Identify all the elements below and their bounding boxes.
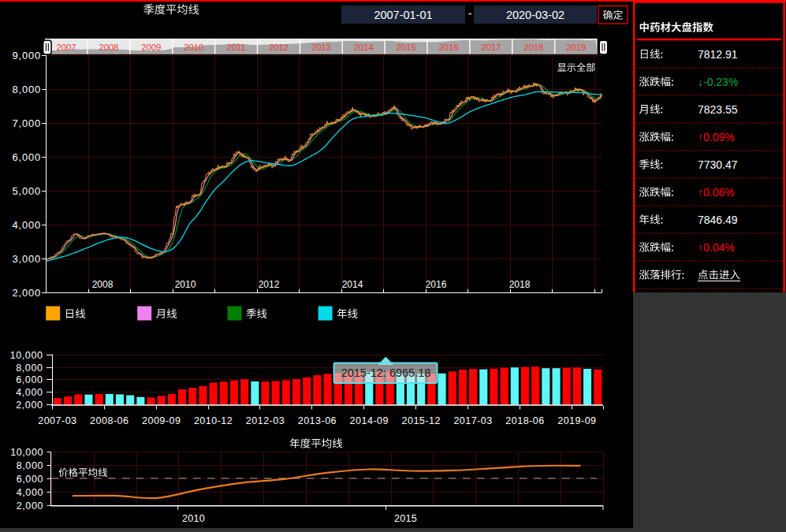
svg-text:↓-0.23%: ↓-0.23% (698, 76, 738, 88)
svg-text:-: - (468, 7, 472, 20)
svg-text:↑0.06%: ↑0.06% (698, 186, 735, 199)
svg-text:2007: 2007 (57, 43, 76, 52)
svg-text:7812.91: 7812.91 (698, 48, 738, 61)
svg-text:4,000: 4,000 (16, 387, 43, 398)
svg-text:2010: 2010 (175, 279, 196, 290)
svg-text:2009-09: 2009-09 (142, 415, 181, 426)
svg-text:10,000: 10,000 (10, 447, 43, 458)
svg-text:8,000: 8,000 (16, 363, 43, 374)
svg-text:2015: 2015 (397, 43, 416, 52)
svg-text:7846.49: 7846.49 (698, 214, 738, 226)
svg-text:10,000: 10,000 (10, 350, 43, 361)
svg-text:↑0.04%: ↑0.04% (698, 241, 735, 254)
svg-text:2020-03-02: 2020-03-02 (506, 9, 564, 21)
svg-text:2014: 2014 (342, 279, 363, 290)
svg-text:8,000: 8,000 (17, 460, 43, 471)
svg-text:2010: 2010 (184, 43, 203, 52)
svg-text:2010-12: 2010-12 (194, 415, 233, 426)
svg-text:4,000: 4,000 (17, 487, 43, 498)
svg-text:2018-06: 2018-06 (505, 415, 544, 426)
svg-text:2019: 2019 (566, 43, 586, 52)
svg-text:5,000: 5,000 (12, 185, 41, 197)
svg-text:2012-03: 2012-03 (246, 415, 285, 426)
svg-text:2016: 2016 (439, 43, 459, 52)
svg-text:2017-03: 2017-03 (453, 415, 492, 426)
svg-text:2016: 2016 (426, 279, 447, 290)
svg-text:2014: 2014 (354, 43, 374, 52)
svg-text:9,000: 9,000 (12, 50, 41, 61)
svg-text:2018: 2018 (523, 43, 543, 52)
svg-text:2,000: 2,000 (17, 500, 43, 512)
svg-text:7,000: 7,000 (12, 117, 41, 129)
svg-text:7730.47: 7730.47 (698, 158, 738, 171)
svg-text:2009: 2009 (141, 43, 161, 52)
svg-text:4,000: 4,000 (12, 219, 41, 231)
svg-text:2015-12: 6965.18: 2015-12: 6965.18 (341, 366, 431, 379)
svg-text:7823.55: 7823.55 (698, 103, 738, 116)
svg-text:2008: 2008 (92, 279, 114, 290)
svg-text:2008-06: 2008-06 (90, 415, 129, 426)
svg-text:2019-09: 2019-09 (557, 415, 596, 426)
svg-text:2018: 2018 (509, 279, 531, 290)
svg-text:2013-06: 2013-06 (298, 415, 337, 426)
svg-text:2012: 2012 (259, 279, 280, 290)
svg-text:2015: 2015 (394, 513, 417, 524)
svg-text:2015-12: 2015-12 (402, 415, 441, 426)
svg-text:2013: 2013 (311, 43, 331, 52)
svg-text:2007-01-01: 2007-01-01 (374, 9, 432, 21)
svg-text:2007-03: 2007-03 (38, 415, 76, 426)
svg-text:2012: 2012 (269, 43, 289, 52)
svg-text:2008: 2008 (99, 43, 118, 52)
svg-text:3,000: 3,000 (12, 253, 41, 265)
svg-text:2,000: 2,000 (12, 287, 41, 299)
svg-text:2017: 2017 (481, 43, 501, 52)
svg-text:6,000: 6,000 (16, 374, 43, 385)
svg-text:6,000: 6,000 (17, 474, 43, 485)
svg-text:6,000: 6,000 (12, 151, 41, 163)
svg-text:2,000: 2,000 (16, 400, 43, 411)
svg-text:2010: 2010 (182, 513, 205, 524)
svg-text:↑0.09%: ↑0.09% (698, 131, 735, 143)
svg-text:2011: 2011 (227, 43, 246, 52)
svg-text:2014-09: 2014-09 (350, 415, 389, 426)
svg-text:8,000: 8,000 (12, 84, 41, 95)
